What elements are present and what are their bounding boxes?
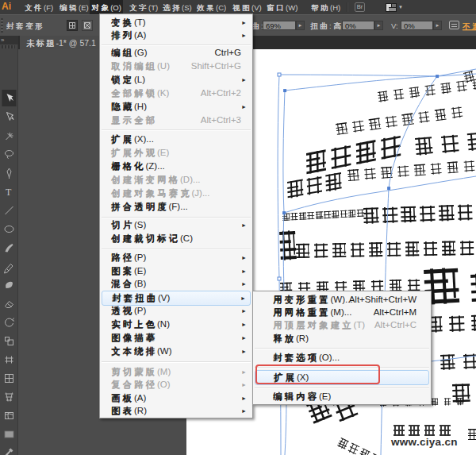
svg-text:T: T bbox=[6, 187, 12, 198]
